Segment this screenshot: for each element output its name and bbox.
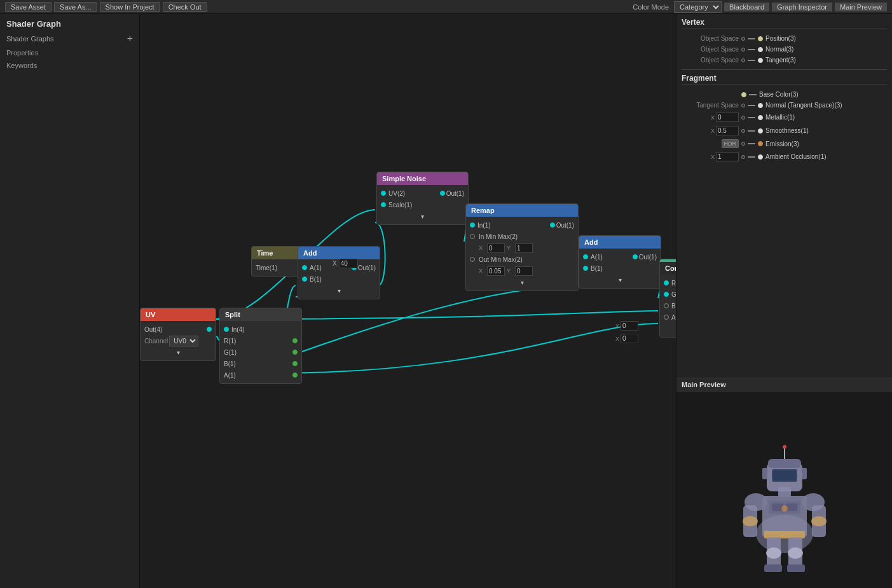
uv-out-row: Out(4)	[141, 324, 216, 335]
split-a-port[interactable]	[292, 373, 298, 378]
split-r-port[interactable]	[292, 338, 298, 343]
remap-out-label: Out(1)	[556, 222, 574, 229]
remap-expand-row[interactable]: ▾	[466, 277, 578, 288]
fragment-metallic-port[interactable]	[758, 115, 763, 120]
remap-outminmax-label: Out Min Max(2)	[479, 256, 523, 263]
check-out-button[interactable]: Check Out	[163, 2, 207, 12]
uv-channel-row: Channel UV0	[141, 335, 216, 346]
smoothness-x: X	[711, 128, 715, 134]
remap-ox-input[interactable]	[487, 266, 505, 276]
vertex-position-in-port[interactable]	[758, 36, 763, 41]
split-in-port[interactable]	[224, 327, 229, 332]
combine-a-in-port[interactable]	[664, 315, 669, 320]
combine-x0-top-input[interactable]	[621, 321, 638, 331]
combine-x0-bot-input[interactable]	[621, 334, 638, 343]
right-panel: Vertex Object Space Position(3) Object S…	[676, 14, 892, 588]
remap-inminmax-port[interactable]	[470, 234, 475, 239]
main-preview-button[interactable]: Main Preview	[835, 3, 887, 11]
fragment-normal-line	[748, 105, 755, 106]
save-asset-button[interactable]: Save Asset	[5, 2, 51, 12]
remap-outminmax-row: Out Min Max(2)	[466, 254, 578, 265]
blackboard-button[interactable]: Blackboard	[724, 3, 769, 11]
sn-out-port[interactable]	[440, 191, 445, 196]
combine-g-in-port[interactable]	[664, 292, 669, 297]
x40-input[interactable]	[339, 259, 358, 268]
remap-in-port[interactable]	[470, 222, 475, 228]
remap-x-input[interactable]	[487, 243, 505, 253]
sn-scale-in-port[interactable]	[381, 202, 386, 207]
svg-rect-22	[768, 459, 801, 468]
svg-point-11	[811, 516, 827, 526]
panel-spacer	[676, 167, 892, 378]
combine-body: R(1) RGBA(4) G(1) RGB(3) B(1) RG(2)	[660, 275, 676, 337]
combine-r-in-port[interactable]	[664, 280, 669, 285]
add2-node-body: A(1) Out(1) B(1) ▾	[579, 249, 661, 288]
add1-node: Add A(1) Out(1) B(1) ▾	[298, 246, 380, 299]
combine-b-row: B(1) RG(2)	[660, 300, 676, 311]
add2-out-label: Out(1)	[639, 254, 657, 261]
sn-expand-row[interactable]: ▾	[377, 210, 468, 222]
remap-out-port[interactable]	[550, 222, 555, 228]
add1-expand-row[interactable]: ▾	[298, 285, 380, 296]
add1-b-in-port[interactable]	[302, 277, 307, 282]
fragment-ao-port[interactable]	[758, 154, 763, 160]
vertex-normal-in-port[interactable]	[758, 47, 763, 52]
svg-rect-3	[772, 503, 783, 511]
fragment-smoothness-out-dot	[741, 129, 745, 133]
remap-oy-input[interactable]	[515, 266, 533, 276]
vertex-tangent-in-port[interactable]	[758, 58, 763, 63]
split-node-body: In(4) R(1) G(1) B(1) A(1)	[220, 321, 301, 383]
combine-node: Combing R(1) RGBA(4) G(1) RGB(3) B(1)	[659, 259, 676, 338]
ao-x-input[interactable]	[716, 152, 739, 161]
remap-oy-label: Y	[507, 268, 513, 274]
toolbar: Save Asset Save As... Show In Project Ch…	[0, 0, 892, 14]
split-g-port[interactable]	[292, 350, 298, 355]
add2-b-in-port[interactable]	[583, 266, 588, 271]
combine-b-in-port[interactable]	[664, 303, 669, 308]
add2-out-port[interactable]	[633, 254, 638, 259]
metallic-x-input[interactable]	[716, 113, 739, 122]
uv-expand-row[interactable]: ▾	[141, 346, 216, 358]
fragment-smoothness-x-label: X	[682, 126, 739, 135]
fragment-basecolor-port[interactable]	[741, 92, 746, 97]
fragment-smoothness-port[interactable]	[758, 128, 763, 133]
remap-y-input[interactable]	[515, 243, 533, 253]
split-b-row: B(1)	[220, 358, 301, 369]
preview-robot-svg	[715, 407, 854, 572]
vertex-position-out-dot	[741, 37, 745, 41]
save-as-button[interactable]: Save As...	[54, 2, 97, 12]
combine-r-label: R(1)	[671, 280, 676, 287]
add2-expand-row[interactable]: ▾	[579, 274, 661, 285]
uv-out-label: Out(4)	[144, 326, 162, 333]
smoothness-x-input[interactable]	[716, 126, 739, 135]
simple-noise-body: UV(2) Out(1) Scale(1) ▾	[377, 185, 468, 224]
color-mode-select[interactable]: Category	[674, 1, 722, 13]
main-preview-panel: Main Preview	[676, 378, 892, 589]
preview-title: Main Preview	[676, 378, 892, 392]
sn-uv-in-port[interactable]	[381, 191, 386, 196]
vertex-tangent-value: Tangent(3)	[765, 57, 887, 64]
fragment-normal-port[interactable]	[758, 103, 763, 108]
split-b-port[interactable]	[292, 361, 298, 366]
show-in-project-button[interactable]: Show In Project	[100, 2, 160, 12]
add2-a-in-port[interactable]	[583, 254, 588, 259]
canvas-area[interactable]: UV Out(4) Channel UV0 ▾ Split	[140, 14, 676, 588]
main-layout: Shader Graph Shader Graphs + Properties …	[0, 14, 892, 588]
combine-expand-row[interactable]: ▾	[660, 323, 676, 334]
graph-inspector-button[interactable]: Graph Inspector	[772, 3, 832, 11]
add1-b-label: B(1)	[310, 276, 322, 283]
uv-out-port[interactable]	[207, 327, 212, 332]
add-shader-graph-button[interactable]: +	[127, 34, 133, 44]
sidebar-item-keywords[interactable]: Keywords	[0, 59, 139, 72]
sidebar-item-properties[interactable]: Properties	[0, 46, 139, 59]
svg-rect-25	[762, 468, 767, 479]
split-b-label: B(1)	[224, 360, 236, 367]
add1-a-in-port[interactable]	[302, 265, 307, 270]
split-in-row: In(4)	[220, 324, 301, 335]
remap-outminmax-port[interactable]	[470, 257, 475, 262]
fragment-metallic-out-dot	[741, 116, 745, 120]
svg-point-10	[743, 516, 758, 526]
fragment-emission-port[interactable]	[758, 141, 763, 146]
uv-channel-select[interactable]: UV0	[169, 336, 198, 346]
uv-node-header: UV	[141, 308, 216, 321]
